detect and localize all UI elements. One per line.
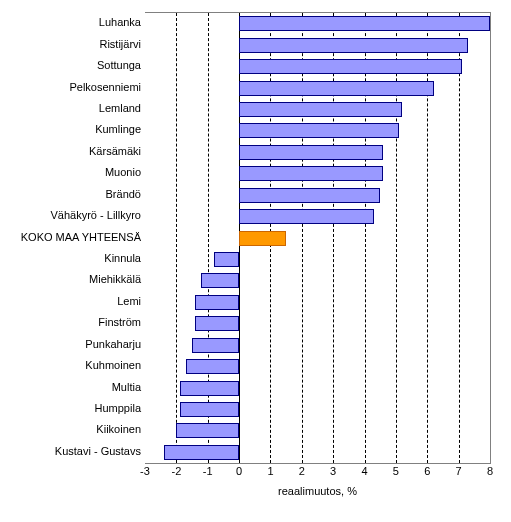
- y-tick-label: Pelkosenniemi: [1, 80, 141, 95]
- y-tick-label: KOKO MAA YHTEENSÄ: [1, 230, 141, 245]
- bar: [239, 188, 380, 203]
- plot-area: [145, 12, 491, 464]
- grid-line: [176, 13, 177, 463]
- y-tick-label: Vähäkyrö - Lillkyro: [1, 208, 141, 223]
- y-tick-label: Sottunga: [1, 58, 141, 73]
- bar: [195, 316, 239, 331]
- grid-line: [459, 13, 460, 463]
- bar: [201, 273, 239, 288]
- grid-line: [208, 13, 209, 463]
- bar: [239, 209, 374, 224]
- y-tick-label: Ristijärvi: [1, 37, 141, 52]
- y-tick-label: Kiikoinen: [1, 422, 141, 437]
- bar: [239, 166, 383, 181]
- y-tick-label: Brändö: [1, 187, 141, 202]
- y-tick-label: Kinnula: [1, 251, 141, 266]
- x-tick-label: 1: [255, 465, 285, 477]
- x-tick-label: -2: [161, 465, 191, 477]
- y-tick-label: Miehikkälä: [1, 272, 141, 287]
- x-tick-label: -1: [193, 465, 223, 477]
- bar: [239, 59, 462, 74]
- bar: [239, 81, 433, 96]
- bar: [214, 252, 239, 267]
- bar: [239, 102, 402, 117]
- y-tick-label: Kärsämäki: [1, 144, 141, 159]
- y-tick-label: Kuhmoinen: [1, 358, 141, 373]
- x-tick-label: -3: [130, 465, 160, 477]
- y-tick-label: Lemi: [1, 294, 141, 309]
- bar: [192, 338, 239, 353]
- bar: [239, 38, 468, 53]
- y-tick-label: Humppila: [1, 401, 141, 416]
- bar: [239, 145, 383, 160]
- x-tick-label: 3: [318, 465, 348, 477]
- bar: [180, 402, 240, 417]
- bar: [239, 16, 490, 31]
- bar: [164, 445, 239, 460]
- bar: [180, 381, 240, 396]
- y-tick-label: Finström: [1, 315, 141, 330]
- bar-chart: reaalimuutos, % -3-2-1012345678LuhankaRi…: [0, 0, 511, 522]
- y-tick-label: Muonio: [1, 165, 141, 180]
- bar: [195, 295, 239, 310]
- y-tick-label: Kustavi - Gustavs: [1, 444, 141, 459]
- y-tick-label: Multia: [1, 380, 141, 395]
- x-tick-label: 0: [224, 465, 254, 477]
- y-tick-label: Kumlinge: [1, 122, 141, 137]
- x-tick-label: 4: [350, 465, 380, 477]
- x-tick-label: 7: [444, 465, 474, 477]
- y-tick-label: Lemland: [1, 101, 141, 116]
- bar: [186, 359, 239, 374]
- y-tick-label: Punkaharju: [1, 337, 141, 352]
- bar: [239, 231, 286, 246]
- y-tick-label: Luhanka: [1, 15, 141, 30]
- bar: [239, 123, 399, 138]
- bar: [176, 423, 239, 438]
- x-tick-label: 6: [412, 465, 442, 477]
- x-axis-label: reaalimuutos, %: [145, 485, 490, 497]
- x-tick-label: 2: [287, 465, 317, 477]
- x-tick-label: 5: [381, 465, 411, 477]
- x-tick-label: 8: [475, 465, 505, 477]
